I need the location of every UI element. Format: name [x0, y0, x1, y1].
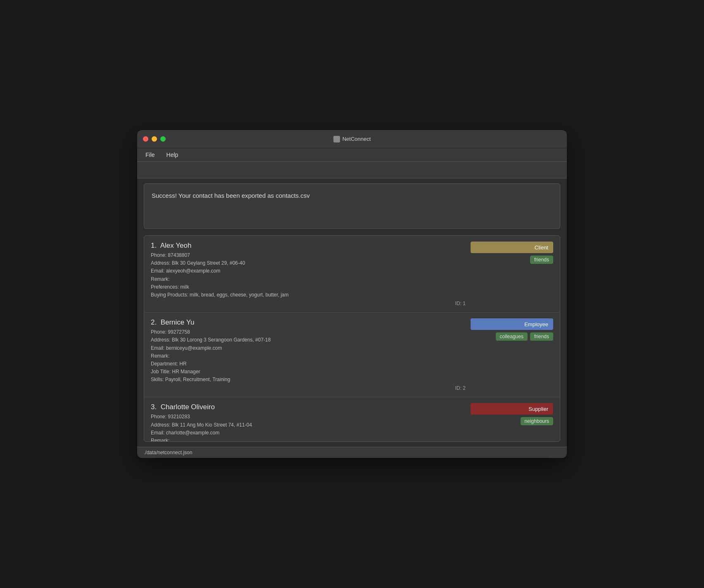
contact-address-3: Address: Blk 11 Ang Mo Kio Street 74, #1…	[151, 421, 466, 429]
tag-row-1: friends	[530, 256, 553, 264]
window-title: NetConnect	[333, 136, 371, 142]
toolbar-area	[137, 162, 567, 178]
contact-email-3: Email: charlotte@example.com	[151, 429, 466, 437]
contact-list[interactable]: 1. Alex Yeoh Phone: 87438807 Address: Bl…	[144, 235, 560, 442]
contact-info-2: 2. Bernice Yu Phone: 99272758 Address: B…	[151, 318, 466, 391]
app-icon	[333, 136, 340, 142]
contact-tags-3: Supplier neighbours	[471, 403, 553, 425]
contact-phone-1: Phone: 87438807	[151, 251, 466, 259]
titlebar: NetConnect	[137, 130, 567, 148]
contact-name-3: 3. Charlotte Oliveiro	[151, 403, 466, 411]
contact-remark-3: Remark:	[151, 437, 466, 442]
tag-row-3: neighbours	[521, 417, 553, 425]
contact-email-2: Email: berniceyu@example.com	[151, 344, 466, 352]
contact-buying-1: Buying Products: milk, bread, eggs, chee…	[151, 291, 466, 299]
contact-phone-2: Phone: 99272758	[151, 328, 466, 336]
contact-item-2[interactable]: 2. Bernice Yu Phone: 99272758 Address: B…	[144, 313, 560, 397]
tag-colleagues-2: colleagues	[496, 332, 528, 341]
contact-address-1: Address: Blk 30 Geylang Street 29, #06-4…	[151, 259, 466, 267]
title-text: NetConnect	[342, 136, 371, 142]
contact-remark-2: Remark:	[151, 352, 466, 360]
contact-address-2: Address: Blk 30 Lorong 3 Serangoon Garde…	[151, 336, 466, 344]
traffic-lights	[143, 136, 166, 142]
menu-help[interactable]: Help	[165, 151, 180, 159]
contact-tags-1: Client friends	[471, 242, 553, 264]
contact-email-1: Email: alexyeoh@example.com	[151, 267, 466, 275]
type-badge-3: Supplier	[471, 403, 553, 415]
contact-preferences-1: Preferences: milk	[151, 283, 466, 291]
main-content: Success! Your contact has been exported …	[137, 178, 567, 447]
contact-skills-2: Skills: Payroll, Recruitment, Training	[151, 376, 466, 384]
contact-item-1[interactable]: 1. Alex Yeoh Phone: 87438807 Address: Bl…	[144, 236, 560, 313]
app-window: NetConnect File Help Success! Your conta…	[137, 130, 567, 458]
tag-friends-1: friends	[530, 256, 553, 264]
contact-jobtitle-2: Job Title: HR Manager	[151, 368, 466, 376]
contact-phone-3: Phone: 93210283	[151, 413, 466, 421]
contact-item-3[interactable]: 3. Charlotte Oliveiro Phone: 93210283 Ad…	[144, 397, 560, 442]
contact-name-1: 1. Alex Yeoh	[151, 242, 466, 250]
contact-name-2: 2. Bernice Yu	[151, 318, 466, 327]
maximize-button[interactable]	[160, 136, 166, 142]
contact-department-2: Department: HR	[151, 360, 466, 368]
tag-friends-2: friends	[530, 332, 553, 341]
success-banner: Success! Your contact has been exported …	[144, 183, 560, 229]
type-badge-2: Employee	[471, 318, 553, 330]
contact-info-1: 1. Alex Yeoh Phone: 87438807 Address: Bl…	[151, 242, 466, 306]
type-badge-1: Client	[471, 242, 553, 253]
menu-file[interactable]: File	[144, 151, 157, 159]
contact-id-2: ID: 2	[151, 385, 466, 391]
contact-info-3: 3. Charlotte Oliveiro Phone: 93210283 Ad…	[151, 403, 466, 442]
tag-neighbours-3: neighbours	[521, 417, 553, 425]
contact-id-1: ID: 1	[151, 301, 466, 306]
contact-remark-1: Remark:	[151, 275, 466, 283]
tag-row-2: colleagues friends	[496, 332, 553, 341]
minimize-button[interactable]	[152, 136, 157, 142]
menubar: File Help	[137, 148, 567, 162]
contact-tags-2: Employee colleagues friends	[471, 318, 553, 341]
close-button[interactable]	[143, 136, 148, 142]
success-message: Success! Your contact has been exported …	[152, 192, 310, 199]
status-path: ./data/netconnect.json	[144, 450, 192, 455]
statusbar: ./data/netconnect.json	[137, 447, 567, 458]
